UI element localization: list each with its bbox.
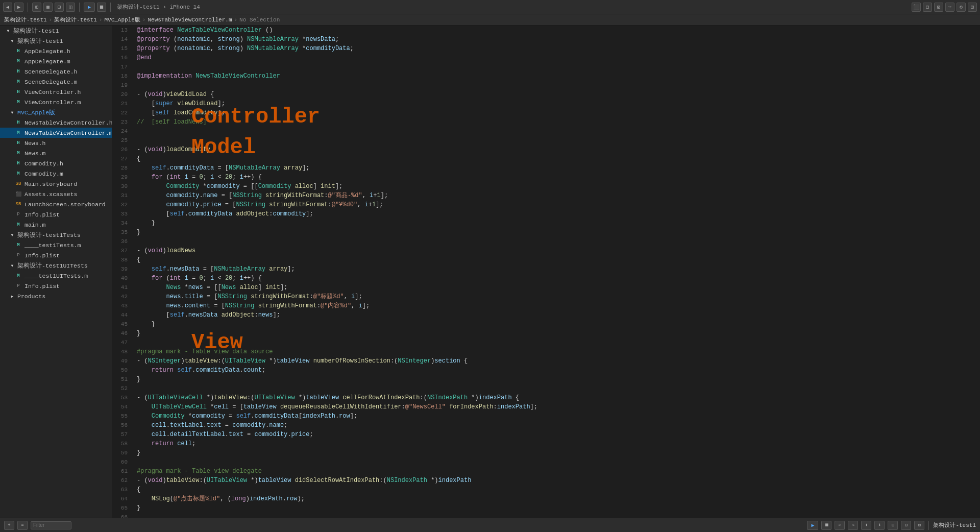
sidebar-item-appdelegate-m[interactable]: M AppDelegate.m bbox=[0, 56, 112, 66]
line-content-19 bbox=[133, 81, 980, 90]
triangle-icon-products: ▶ bbox=[8, 292, 16, 300]
code-line-50: 50 return self.commdityData.count; bbox=[112, 366, 980, 375]
code-line-51: 51 } bbox=[112, 375, 980, 384]
code-line-49: 49 - (NSInteger)tableView:(UITableView *… bbox=[112, 356, 980, 366]
debug-step-button[interactable]: ↩ bbox=[835, 521, 845, 530]
run-button[interactable]: ▶ bbox=[84, 3, 95, 12]
stop-button[interactable]: ⏹ bbox=[97, 3, 106, 12]
sidebar-item-main-storyboard[interactable]: SB Main.storyboard bbox=[0, 179, 112, 189]
toolbar-right-6[interactable]: ⊞ bbox=[968, 3, 977, 12]
code-editor[interactable]: Controller Model View 13 @interface News… bbox=[112, 26, 980, 518]
sidebar-item-launch-storyboard[interactable]: SB LaunchScreen.storyboard bbox=[0, 199, 112, 209]
sidebar-item-newstvc-h[interactable]: H NewsTableViewController.h bbox=[0, 117, 112, 128]
sidebar-item-commodity-m[interactable]: M Commodity.m bbox=[0, 168, 112, 179]
code-line-25: 25 bbox=[112, 136, 980, 145]
toolbar-btn-back[interactable]: ◀ bbox=[3, 3, 12, 12]
toolbar-right-4[interactable]: ↔ bbox=[945, 3, 954, 12]
toolbar-btn-1[interactable]: ⊞ bbox=[32, 3, 41, 12]
debug-stop-button[interactable]: ⏹ bbox=[821, 521, 831, 530]
debug-step-into-button[interactable]: ↪ bbox=[848, 521, 858, 530]
code-line-53: 53 - (UITableViewCell *)tableView:(UITab… bbox=[112, 393, 980, 402]
sidebar-item-info-plist2[interactable]: P Info.plist bbox=[0, 250, 112, 260]
code-line-18: 18 @implementation NewsTableViewControll… bbox=[112, 71, 980, 81]
debug-step-over-button[interactable]: ⬇ bbox=[874, 521, 885, 530]
sidebar-item-scenedelegate-h[interactable]: H SceneDelegate.h bbox=[0, 66, 112, 77]
sidebar-item-tests-group[interactable]: ▼ 架构设计-test1Tests bbox=[0, 230, 112, 240]
breadcrumb-1[interactable]: 架构设计-test1 bbox=[4, 16, 47, 23]
sidebar-item-uitests-m[interactable]: M ____test1UITests.m bbox=[0, 271, 112, 281]
line-num-51: 51 bbox=[112, 375, 133, 384]
line-num-18: 18 bbox=[112, 71, 133, 81]
sidebar-item-viewcontroller-h[interactable]: H ViewController.h bbox=[0, 87, 112, 97]
toolbar-right-3[interactable]: ⊠ bbox=[934, 3, 943, 12]
sidebar-item-newstvc-m[interactable]: M NewsTableViewController.m bbox=[0, 128, 112, 138]
line-num-23: 23 bbox=[112, 117, 133, 127]
breadcrumb-2[interactable]: 架构设计-test1 bbox=[54, 16, 97, 23]
sidebar-item-uitests-group[interactable]: ▼ 架构设计-test1UITests bbox=[0, 260, 112, 271]
line-num-15: 15 bbox=[112, 44, 133, 53]
toolbar-btn-forward[interactable]: ▶ bbox=[14, 3, 23, 12]
triangle-icon-main: ▼ bbox=[8, 37, 16, 45]
code-line-41: 41 News *news = [[News alloc] init]; bbox=[112, 283, 980, 292]
line-content-24 bbox=[133, 127, 980, 136]
line-num-56: 56 bbox=[112, 421, 133, 430]
line-num-30: 30 bbox=[112, 182, 133, 191]
bottom-bar-left: + ≡ bbox=[4, 521, 71, 530]
code-line-29: 29 for (int i = 0; i < 20; i++) { bbox=[112, 173, 980, 182]
line-content-22: [self loadCommdity]; bbox=[133, 108, 980, 117]
sidebar-item-scenedelegate-m[interactable]: M SceneDelegate.m bbox=[0, 77, 112, 87]
view-button-3[interactable]: ⊠ bbox=[914, 521, 924, 530]
sidebar-item-mvc-group[interactable]: ▼ MVC_Apple版 bbox=[0, 107, 112, 117]
breadcrumb-4[interactable]: NewsTableViewController.m bbox=[148, 17, 232, 23]
toolbar-btn-3[interactable]: ⊡ bbox=[55, 3, 64, 12]
filter-input[interactable] bbox=[31, 521, 71, 529]
line-num-31: 31 bbox=[112, 191, 133, 200]
line-num-13: 13 bbox=[112, 26, 133, 35]
breadcrumb-3[interactable]: MVC_Apple版 bbox=[104, 16, 140, 23]
toolbar-right-2[interactable]: ⊟ bbox=[923, 3, 932, 12]
toolbar-right-5[interactable]: ⊕ bbox=[957, 3, 966, 12]
sidebar-label-newstvc-m: NewsTableViewController.m bbox=[24, 130, 112, 136]
sidebar-label-newstvc-h: NewsTableViewController.h bbox=[24, 119, 112, 126]
line-content-35: } bbox=[133, 228, 980, 237]
code-line-17: 17 bbox=[112, 62, 980, 71]
sidebar-item-viewcontroller-m[interactable]: M ViewController.m bbox=[0, 97, 112, 107]
sidebar-item-products[interactable]: ▶ Products bbox=[0, 291, 112, 301]
view-button-1[interactable]: ⊞ bbox=[888, 521, 898, 530]
sidebar-item-news-m[interactable]: M News.m bbox=[0, 148, 112, 158]
line-content-61: #pragma mark - Table view delegate bbox=[133, 467, 980, 476]
line-content-54: UITableViewCell *cell = [tableView deque… bbox=[133, 402, 980, 412]
code-line-45: 45 } bbox=[112, 320, 980, 329]
line-num-55: 55 bbox=[112, 412, 133, 421]
sidebar-item-appdelegate-h[interactable]: H AppDelegate.h bbox=[0, 46, 112, 56]
toolbar-btn-4[interactable]: ◫ bbox=[66, 3, 75, 12]
line-num-40: 40 bbox=[112, 274, 133, 283]
add-file-button[interactable]: + bbox=[4, 521, 14, 530]
sidebar-item-commodity-h[interactable]: H Commodity.h bbox=[0, 158, 112, 168]
sidebar-item-test1tests-m[interactable]: M ____test1Tests.m bbox=[0, 240, 112, 250]
line-content-65: } bbox=[133, 503, 980, 513]
file-icon-m6: M bbox=[14, 170, 22, 178]
main-area: ▼ 架构设计-test1 ▼ 架构设计-test1 H AppDelegate.… bbox=[0, 26, 980, 518]
sidebar-item-main-group[interactable]: ▼ 架构设计-test1 bbox=[0, 36, 112, 46]
sidebar-item-root[interactable]: ▼ 架构设计-test1 bbox=[0, 26, 112, 36]
sidebar-item-news-h[interactable]: H News.h bbox=[0, 138, 112, 148]
sidebar-item-main-m[interactable]: M main.m bbox=[0, 220, 112, 230]
toolbar-btn-2[interactable]: ▦ bbox=[43, 3, 53, 12]
toolbar-right-1[interactable]: ⬛ bbox=[912, 3, 921, 12]
filter-toggle-button[interactable]: ≡ bbox=[17, 521, 28, 530]
sidebar-label-tests: 架构设计-test1Tests bbox=[17, 231, 81, 239]
breadcrumb-5: No Selection bbox=[239, 17, 280, 23]
debug-play-button[interactable]: ▶ bbox=[807, 521, 818, 530]
line-num-27: 27 bbox=[112, 154, 133, 163]
sidebar-label-main-m: main.m bbox=[24, 222, 45, 228]
view-button-2[interactable]: ⊟ bbox=[901, 521, 911, 530]
line-num-45: 45 bbox=[112, 320, 133, 329]
sidebar-item-assets[interactable]: ⬛ Assets.xcassets bbox=[0, 189, 112, 199]
breadcrumb-sep-3: › bbox=[142, 17, 146, 23]
debug-step-out-button[interactable]: ⬆ bbox=[861, 521, 871, 530]
sidebar-item-info-plist3[interactable]: P Info.plist bbox=[0, 281, 112, 291]
sidebar-item-info-plist1[interactable]: P Info.plist bbox=[0, 209, 112, 220]
sidebar-label-test1tests-m: ____test1Tests.m bbox=[24, 242, 81, 249]
code-line-37: 37 - (void)loadNews bbox=[112, 246, 980, 255]
